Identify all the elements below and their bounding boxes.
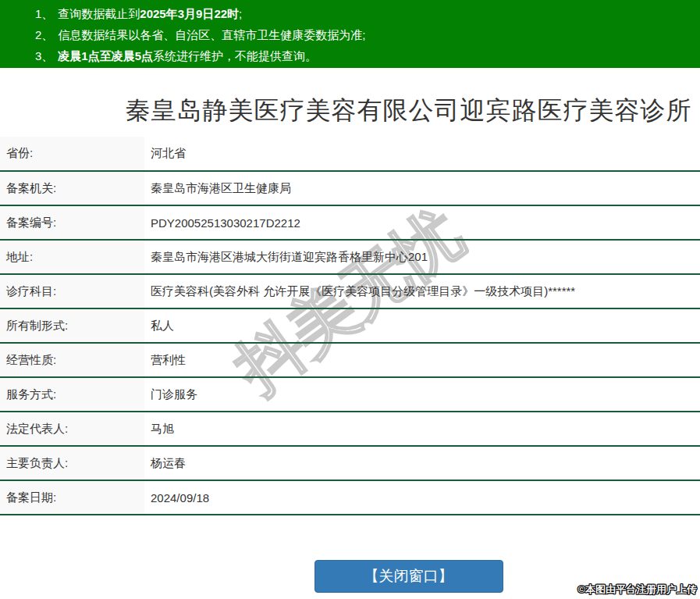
notice-line-3: 3、凌晨1点至凌晨5点系统进行维护，不能提供查询。 bbox=[0, 45, 700, 66]
row-value: 秦皇岛市海港区港城大街街道迎宾路香格里新中心201 bbox=[144, 240, 700, 274]
table-row: 地址: 秦皇岛市海港区港城大街街道迎宾路香格里新中心201 bbox=[0, 240, 700, 274]
page-container: 1、查询数据截止到2025年3月9日22时; 2、信息数据结果以各省、自治区、直… bbox=[0, 0, 700, 593]
close-window-button[interactable]: 【关闭窗口】 bbox=[314, 560, 503, 593]
row-label: 服务方式: bbox=[0, 377, 144, 412]
notice-text: 信息数据结果以各省、自治区、直辖市卫生健康委数据为准; bbox=[58, 28, 365, 41]
row-value: 医疗美容科(美容外科 允许开展《医疗美容项目分级管理目录》一级技术项目)****… bbox=[144, 274, 700, 308]
table-row: 备案日期: 2024/09/18 bbox=[0, 480, 700, 515]
notice-text-bold: 2025年3月9日22时 bbox=[140, 7, 239, 20]
row-value: PDY20052513030217D2212 bbox=[144, 205, 700, 240]
notice-text: 系统进行维护，不能提供查询。 bbox=[153, 49, 317, 62]
table-row: 主要负责人: 杨运春 bbox=[0, 446, 700, 480]
row-label: 主要负责人: bbox=[0, 446, 144, 480]
row-label: 地址: bbox=[0, 240, 144, 274]
row-label: 诊疗科目: bbox=[0, 274, 144, 308]
row-label: 法定代表人: bbox=[0, 412, 144, 446]
notice-bar: 1、查询数据截止到2025年3月9日22时; 2、信息数据结果以各省、自治区、直… bbox=[0, 0, 700, 68]
notice-number: 3、 bbox=[35, 49, 53, 62]
notice-text: ; bbox=[239, 7, 242, 20]
notice-line-1: 1、查询数据截止到2025年3月9日22时; bbox=[0, 3, 700, 24]
notice-text-bold: 凌晨1点至凌晨5点 bbox=[58, 49, 153, 62]
row-value: 私人 bbox=[144, 308, 700, 343]
table-row: 备案编号: PDY20052513030217D2212 bbox=[0, 205, 700, 240]
table-row: 服务方式: 门诊服务 bbox=[0, 377, 700, 412]
page-title: 秦皇岛静美医疗美容有限公司迎宾路医疗美容诊所 bbox=[0, 93, 700, 127]
row-label: 备案机关: bbox=[0, 171, 144, 205]
row-value: 2024/09/18 bbox=[144, 480, 700, 515]
notice-line-2: 2、信息数据结果以各省、自治区、直辖市卫生健康委数据为准; bbox=[0, 24, 700, 45]
row-label: 省份: bbox=[0, 137, 144, 171]
row-label: 备案日期: bbox=[0, 480, 144, 515]
notice-number: 1、 bbox=[35, 7, 53, 20]
notice-text: 查询数据截止到 bbox=[58, 7, 140, 20]
row-value: 杨运春 bbox=[144, 446, 700, 480]
table-row: 诊疗科目: 医疗美容科(美容外科 允许开展《医疗美容项目分级管理目录》一级技术项… bbox=[0, 274, 700, 308]
table-row: 所有制形式: 私人 bbox=[0, 308, 700, 343]
institution-info-table: 省份: 河北省 备案机关: 秦皇岛市海港区卫生健康局 备案编号: PDY2005… bbox=[0, 137, 700, 515]
row-value: 营利性 bbox=[144, 343, 700, 377]
notice-number: 2、 bbox=[35, 28, 53, 41]
table-row: 省份: 河北省 bbox=[0, 137, 700, 171]
platform-credit-watermark: ©本图由平台注册用户上传 bbox=[577, 583, 697, 597]
row-label: 备案编号: bbox=[0, 205, 144, 240]
row-value: 秦皇岛市海港区卫生健康局 bbox=[144, 171, 700, 205]
table-row: 法定代表人: 马旭 bbox=[0, 412, 700, 446]
row-value: 门诊服务 bbox=[144, 377, 700, 412]
row-label: 经营性质: bbox=[0, 343, 144, 377]
row-value: 马旭 bbox=[144, 412, 700, 446]
row-value: 河北省 bbox=[144, 137, 700, 171]
table-row: 备案机关: 秦皇岛市海港区卫生健康局 bbox=[0, 171, 700, 205]
row-label: 所有制形式: bbox=[0, 308, 144, 343]
table-row: 经营性质: 营利性 bbox=[0, 343, 700, 377]
